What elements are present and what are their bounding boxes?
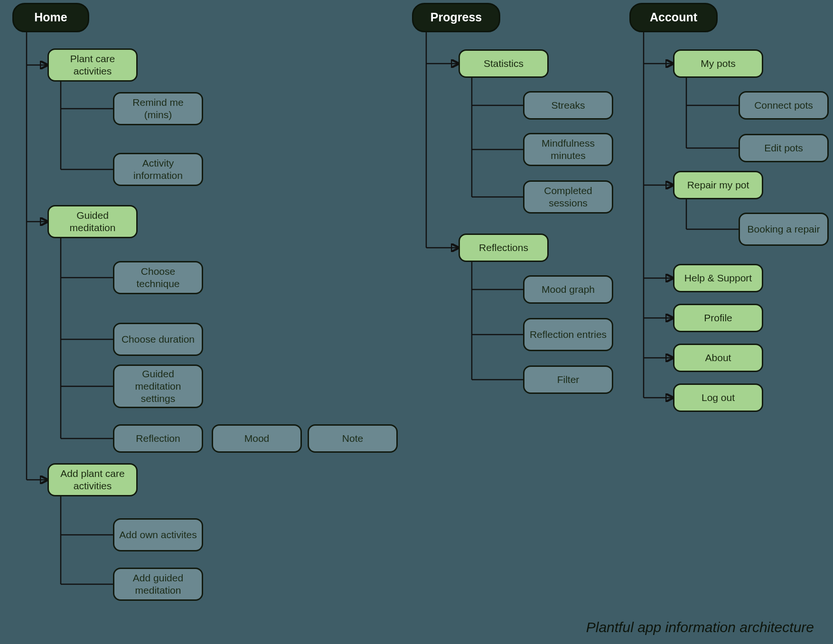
node-plant_care: Plant care activities <box>47 48 138 82</box>
node-streaks: Streaks <box>523 91 613 120</box>
node-add_plant: Add plant care activities <box>47 463 138 496</box>
node-guided_med: Guided meditation <box>47 205 138 238</box>
node-remind_me: Remind me (mins) <box>113 92 203 125</box>
node-reflections: Reflections <box>459 233 549 262</box>
node-choose_dur: Choose duration <box>113 323 203 356</box>
node-my_pots: My pots <box>673 49 763 78</box>
node-help: Help & Support <box>673 264 763 292</box>
node-add_gm: Add guided meditation <box>113 568 203 601</box>
node-mind_min: Mindfulness minutes <box>523 133 613 166</box>
node-connect_pots: Connect pots <box>739 91 829 120</box>
node-reflection: Reflection <box>113 424 203 453</box>
node-statistics: Statistics <box>459 49 549 78</box>
node-edit_pots: Edit pots <box>739 134 829 162</box>
node-comp_sess: Completed sessions <box>523 180 613 214</box>
node-add_own: Add own activites <box>113 518 203 551</box>
node-mood_graph: Mood graph <box>523 275 613 304</box>
node-booking: Booking a repair <box>739 213 829 246</box>
node-account: Account <box>629 3 718 32</box>
node-profile: Profile <box>673 304 763 332</box>
node-progress: Progress <box>412 3 500 32</box>
node-about: About <box>673 344 763 372</box>
node-home: Home <box>12 3 89 32</box>
node-logout: Log out <box>673 383 763 412</box>
node-repair_pot: Repair my pot <box>673 171 763 199</box>
node-gm_settings: Guided meditation settings <box>113 364 203 408</box>
node-choose_tech: Choose technique <box>113 261 203 294</box>
caption: Plantful app information architecture <box>586 619 814 635</box>
node-refl_entries: Reflection entries <box>523 318 613 351</box>
node-activity_info: Activity information <box>113 153 203 186</box>
node-mood: Mood <box>212 424 302 453</box>
node-note: Note <box>308 424 398 453</box>
node-filter: Filter <box>523 365 613 394</box>
